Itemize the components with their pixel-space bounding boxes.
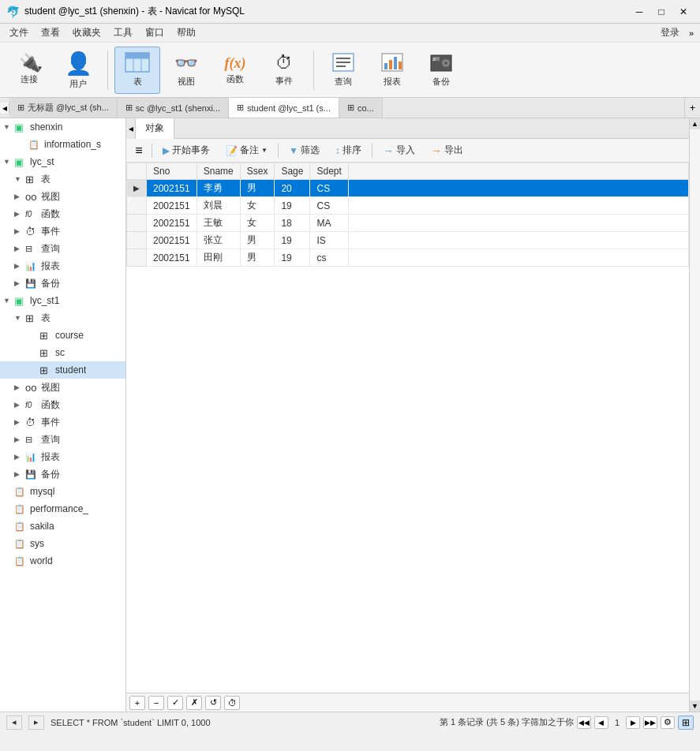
expand-icon[interactable]: » bbox=[686, 27, 697, 39]
sidebar-db-mysql[interactable]: 📋 mysql bbox=[0, 483, 125, 500]
cell-sname-0[interactable]: 李勇 bbox=[197, 180, 240, 197]
cell-sname-1[interactable]: 刘晨 bbox=[197, 197, 240, 215]
sidebar-db-performance[interactable]: 📋 performance_ bbox=[0, 500, 125, 517]
toolbar-view[interactable]: 👓 视图 bbox=[163, 47, 209, 94]
cell-sno-1[interactable]: 2002151 bbox=[147, 197, 197, 215]
scroll-down-btn[interactable]: ▼ bbox=[690, 701, 700, 712]
header-sdept[interactable]: Sdept bbox=[310, 163, 348, 180]
toolbar-query[interactable]: 查询 bbox=[320, 47, 366, 94]
table-row[interactable]: 2002151 张立 男 19 IS bbox=[127, 232, 689, 249]
cell-sdept-4[interactable]: cs bbox=[310, 249, 348, 267]
sidebar-db-world[interactable]: 📋 world bbox=[0, 552, 125, 570]
scroll-up-btn[interactable]: ▲ bbox=[690, 118, 700, 129]
table-row[interactable]: 2002151 刘晨 女 19 CS bbox=[127, 197, 689, 215]
start-transaction-btn[interactable]: ▶ 开始事务 bbox=[155, 141, 217, 160]
cell-ssex-0[interactable]: 男 bbox=[240, 180, 275, 197]
sidebar-backup-lycst1[interactable]: ▶ 💾 备份 bbox=[0, 465, 125, 483]
maximize-button[interactable]: □ bbox=[651, 4, 672, 20]
toolbar-backup[interactable]: 备份 bbox=[418, 47, 464, 94]
export-btn[interactable]: → 导出 bbox=[424, 141, 470, 160]
cell-sage-2[interactable]: 18 bbox=[275, 215, 310, 232]
sidebar-db-sakila[interactable]: 📋 sakila bbox=[0, 517, 125, 535]
toolbar-event[interactable]: ⏱ 事件 bbox=[261, 47, 307, 94]
obj-collapse-btn[interactable]: ◂ bbox=[126, 118, 136, 139]
cell-sage-4[interactable]: 19 bbox=[275, 249, 310, 267]
filter-btn[interactable]: ▼ 筛选 bbox=[282, 141, 327, 160]
sidebar-db-shenxin[interactable]: ▼ ▣ shenxin bbox=[0, 118, 125, 136]
timer-btn[interactable]: ⏱ bbox=[224, 696, 240, 710]
minimize-button[interactable]: ─ bbox=[629, 4, 649, 20]
settings-btn[interactable]: ⚙ bbox=[661, 716, 675, 729]
cell-sno-2[interactable]: 2002151 bbox=[147, 215, 197, 232]
close-button[interactable]: ✕ bbox=[673, 4, 694, 20]
nav-last-btn[interactable]: ▶▶ bbox=[643, 716, 657, 729]
sidebar-report-lycst1[interactable]: ▶ 📊 报表 bbox=[0, 448, 125, 465]
header-sage[interactable]: Sage bbox=[275, 163, 310, 180]
add-record-btn[interactable]: + bbox=[129, 696, 145, 710]
cell-sno-0[interactable]: 2002151 bbox=[147, 180, 197, 197]
status-scroll-left[interactable]: ◂ bbox=[6, 716, 22, 730]
obj-tab-objects[interactable]: 对象 bbox=[136, 118, 174, 139]
cell-ssex-3[interactable]: 男 bbox=[240, 232, 275, 249]
toolbar-report[interactable]: 报表 bbox=[369, 47, 415, 94]
sidebar-query-lycst1[interactable]: ▶ ⊟ 查询 bbox=[0, 431, 125, 448]
cell-ssex-4[interactable]: 男 bbox=[240, 249, 275, 267]
tab-new-btn[interactable]: + bbox=[684, 98, 700, 118]
refresh-btn[interactable]: ↺ bbox=[205, 696, 221, 710]
cell-sdept-1[interactable]: CS bbox=[310, 197, 348, 215]
cell-sage-0[interactable]: 20 bbox=[275, 180, 310, 197]
menu-view[interactable]: 查看 bbox=[35, 24, 66, 41]
cell-sno-3[interactable]: 2002151 bbox=[147, 232, 197, 249]
sidebar-event-lycst[interactable]: ▶ ⏱ 事件 bbox=[0, 222, 125, 240]
cell-sdept-3[interactable]: IS bbox=[310, 232, 348, 249]
sidebar-db-lycst1[interactable]: ▼ ▣ lyc_st1 bbox=[0, 292, 125, 309]
nav-next-btn[interactable]: ▶ bbox=[626, 716, 640, 729]
toolbar-table[interactable]: 表 bbox=[114, 47, 160, 94]
header-ssex[interactable]: Ssex bbox=[240, 163, 275, 180]
tab-course[interactable]: ⊞ co... bbox=[339, 98, 383, 118]
toolbar-function[interactable]: f(x) 函数 bbox=[212, 47, 258, 94]
menu-help[interactable]: 帮助 bbox=[170, 24, 202, 41]
sidebar-backup-lycst[interactable]: ▶ 💾 备份 bbox=[0, 275, 125, 292]
sidebar-table-student[interactable]: ⊞ student bbox=[0, 361, 125, 379]
table-row[interactable]: 2002151 王敏 女 18 MA bbox=[127, 215, 689, 232]
header-sname[interactable]: Sname bbox=[197, 163, 240, 180]
cancel-edit-btn[interactable]: ✗ bbox=[186, 696, 202, 710]
sidebar-db-sys[interactable]: 📋 sys bbox=[0, 535, 125, 552]
right-scrollbar[interactable]: ▲ ▼ bbox=[689, 118, 700, 712]
table-row[interactable]: 2002151 田刚 男 19 cs bbox=[127, 249, 689, 267]
menu-favorites[interactable]: 收藏夹 bbox=[66, 24, 107, 41]
cell-sage-3[interactable]: 19 bbox=[275, 232, 310, 249]
confirm-btn[interactable]: ✓ bbox=[167, 696, 183, 710]
grid-view-btn[interactable]: ⊞ bbox=[678, 716, 694, 730]
cell-ssex-1[interactable]: 女 bbox=[240, 197, 275, 215]
sidebar-func-lycst[interactable]: ▶ f0 函数 bbox=[0, 205, 125, 222]
cell-sage-1[interactable]: 19 bbox=[275, 197, 310, 215]
tab-untitled[interactable]: ⊞ 无标题 @lyc_st (sh... bbox=[9, 98, 118, 118]
table-row[interactable]: ▶ 2002151 李勇 男 20 CS bbox=[127, 180, 689, 197]
sidebar-table-course[interactable]: ⊞ course bbox=[0, 327, 125, 344]
sidebar-query-lycst[interactable]: ▶ ⊟ 查询 bbox=[0, 240, 125, 257]
tab-expand-left[interactable]: ◂ bbox=[0, 103, 9, 114]
header-sno[interactable]: Sno bbox=[147, 163, 197, 180]
tab-sc[interactable]: ⊞ sc @lyc_st1 (shenxi... bbox=[118, 98, 229, 118]
obj-menu-btn[interactable]: ≡ bbox=[129, 141, 148, 160]
note-btn[interactable]: 📝 备注 ▼ bbox=[219, 141, 275, 160]
sidebar-func-lycst1[interactable]: ▶ f0 函数 bbox=[0, 396, 125, 413]
cell-sno-4[interactable]: 2002151 bbox=[147, 249, 197, 267]
toolbar-connect[interactable]: 🔌 ▼ 连接 bbox=[6, 47, 52, 94]
cell-sname-4[interactable]: 田刚 bbox=[197, 249, 240, 267]
delete-record-btn[interactable]: − bbox=[148, 696, 164, 710]
cell-sname-2[interactable]: 王敏 bbox=[197, 215, 240, 232]
sidebar-folder-table-lycst1[interactable]: ▼ ⊞ 表 bbox=[0, 309, 125, 327]
cell-sname-3[interactable]: 张立 bbox=[197, 232, 240, 249]
menu-window[interactable]: 窗口 bbox=[139, 24, 170, 41]
scroll-track[interactable] bbox=[690, 129, 700, 701]
sidebar-folder-table-lycst[interactable]: ▼ ⊞ 表 bbox=[0, 170, 125, 188]
sort-btn[interactable]: ↕ 排序 bbox=[328, 141, 369, 160]
nav-first-btn[interactable]: ◀◀ bbox=[577, 716, 591, 729]
sidebar-report-lycst[interactable]: ▶ 📊 报表 bbox=[0, 257, 125, 275]
menu-file[interactable]: 文件 bbox=[3, 24, 35, 41]
nav-prev-btn[interactable]: ◀ bbox=[594, 716, 608, 729]
import-btn[interactable]: → 导入 bbox=[376, 141, 422, 160]
